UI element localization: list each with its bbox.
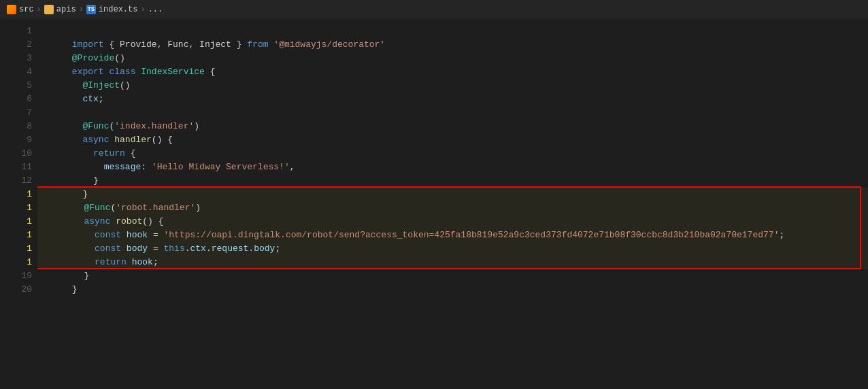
code-line-h6: } [37,256,868,269]
code-line-7: @Func('index.handler') [37,106,868,120]
line-num-20: 20 [7,283,32,297]
line-num-h4: 1 [7,229,32,242]
editor-area: 1 2 3 4 5 6 7 8 9 10 11 12 1 1 1 1 1 1 1… [0,19,868,389]
code-line-h1: @Func('robot.handler') [37,188,868,201]
code-line-12: } [37,174,868,188]
line-num-h1: 1 [7,188,32,201]
line-num-h3: 1 [7,215,32,229]
code-line-19: } [37,269,868,283]
line-num-11: 11 [7,160,32,174]
breadcrumb-sep-3: › [140,5,145,14]
code-line-20 [37,283,868,297]
code-line-1: import { Provide, Func, Inject } from '@… [37,24,868,38]
breadcrumb-apis-label: apis [56,5,76,14]
line-num-1: 1 [7,24,32,38]
code-content: import { Provide, Func, Inject } from '@… [37,24,868,389]
breadcrumb-src-icon [7,5,16,14]
line-num-h2: 1 [7,201,32,215]
line-num-3: 3 [7,52,32,65]
code-line-10: message: 'Hello Midway Serverless!', [37,147,868,160]
line-num-4: 4 [7,65,32,79]
breadcrumb-ts-icon: TS [86,5,96,14]
line-num-8: 8 [7,120,32,133]
line-numbers: 1 2 3 4 5 6 7 8 9 10 11 12 1 1 1 1 1 1 1… [0,24,37,389]
breadcrumb-src-label: src [19,5,34,14]
breadcrumb-ellipsis: ... [148,5,163,14]
code-line-5: ctx; [37,79,868,92]
breadcrumb-sep-2: › [79,5,84,14]
breadcrumb-sep-1: › [37,5,41,14]
line-num-12: 12 [7,174,32,188]
breadcrumb-ts-label: index.ts [99,5,138,14]
line-num-6: 6 [7,92,32,106]
line-num-h5: 1 [7,242,32,256]
line-num-10: 10 [7,147,32,160]
breadcrumb-bar: src › apis › TS index.ts › ... [0,0,868,19]
line-num-h6: 1 [7,256,32,269]
line-num-7: 7 [7,106,32,120]
code-line-3: export class IndexService { [37,52,868,65]
line-num-9: 9 [7,133,32,147]
breadcrumb-apis-icon [44,5,54,14]
line-num-19: 19 [7,269,32,283]
line-num-2: 2 [7,38,32,52]
line-num-5: 5 [7,79,32,92]
code-line-6 [37,92,868,106]
